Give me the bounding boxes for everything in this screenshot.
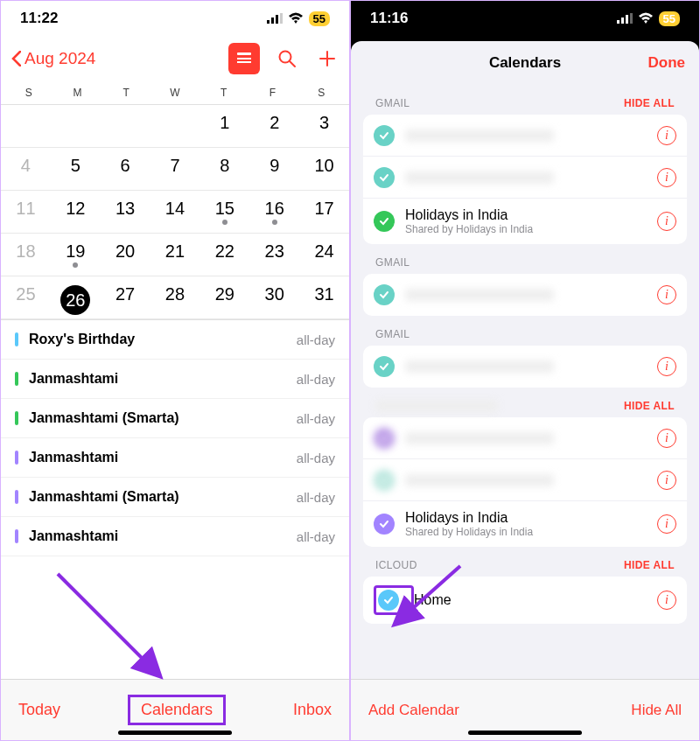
info-icon[interactable]: i — [657, 591, 676, 610]
home-indicator[interactable] — [468, 731, 582, 735]
day-cell[interactable]: 3 — [299, 105, 349, 148]
calendar-row[interactable]: i — [363, 417, 687, 459]
day-cell[interactable]: 16 — [249, 191, 299, 234]
hide-all-section-button[interactable]: HIDE ALL — [624, 559, 675, 571]
add-calendar-button[interactable]: Add Calendar — [368, 702, 459, 719]
inbox-button[interactable]: Inbox — [293, 701, 332, 719]
day-cell[interactable] — [1, 105, 51, 148]
event-name: Roxy's Birthday — [29, 332, 297, 347]
hide-all-section-button[interactable]: HIDE ALL — [624, 400, 675, 412]
info-icon[interactable]: i — [657, 514, 676, 534]
day-cell[interactable]: 30 — [249, 276, 299, 319]
day-cell[interactable]: 4 — [1, 148, 51, 191]
day-cell[interactable]: 18 — [1, 234, 51, 276]
back-month-button[interactable]: Aug 2024 — [11, 49, 95, 68]
event-row[interactable]: Janmashtami all-day — [1, 517, 349, 556]
day-cell[interactable]: 8 — [200, 148, 249, 191]
checkmark-icon[interactable] — [374, 514, 395, 535]
calendars-button[interactable]: Calendars — [128, 695, 226, 725]
day-cell[interactable]: 28 — [150, 276, 200, 319]
day-cell[interactable]: 20 — [101, 234, 150, 276]
done-button[interactable]: Done — [648, 54, 686, 72]
calendar-row[interactable]: i — [363, 274, 687, 316]
day-cell[interactable]: 11 — [1, 191, 51, 234]
day-cell[interactable] — [101, 105, 150, 148]
info-icon[interactable]: i — [657, 357, 676, 376]
checkmark-icon[interactable] — [374, 470, 395, 491]
day-cell[interactable]: 23 — [249, 234, 299, 276]
checkmark-icon[interactable] — [374, 125, 395, 146]
day-cell[interactable]: 19 — [51, 234, 101, 276]
day-cell[interactable]: 5 — [51, 148, 101, 191]
calendar-row[interactable]: i — [363, 115, 687, 157]
day-cell[interactable]: 14 — [150, 191, 200, 234]
day-cell[interactable]: 22 — [200, 234, 249, 276]
day-cell[interactable]: 7 — [150, 148, 200, 191]
svg-rect-14 — [626, 15, 628, 24]
hide-all-button[interactable]: Hide All — [631, 702, 682, 719]
calendar-row[interactable]: i — [363, 459, 687, 501]
checkmark-icon[interactable] — [374, 428, 395, 449]
day-cell[interactable]: 6 — [101, 148, 150, 191]
search-button[interactable] — [274, 45, 300, 72]
calendar-row[interactable]: Holidays in IndiaShared by Holidays in I… — [363, 501, 687, 547]
event-color-bar — [15, 490, 18, 504]
day-cell[interactable]: 2 — [249, 105, 299, 148]
calendar-month-screen: 11:22 55 Aug 2024 SMTWTFS 12345678910111… — [0, 0, 350, 741]
day-cell[interactable]: 27 — [101, 276, 150, 319]
day-cell[interactable]: 9 — [249, 148, 299, 191]
calendar-sections[interactable]: GMAILHIDE ALLiiHolidays in IndiaShared b… — [351, 85, 699, 740]
day-cell[interactable]: 12 — [51, 191, 101, 234]
day-cell[interactable]: 13 — [101, 191, 150, 234]
day-cell[interactable]: 31 — [299, 276, 349, 319]
checkmark-icon[interactable] — [374, 211, 395, 232]
event-row[interactable]: Janmashtami all-day — [1, 438, 349, 478]
day-cell[interactable]: 26 — [51, 276, 101, 319]
event-row[interactable]: Janmashtami (Smarta) all-day — [1, 478, 349, 517]
event-time: all-day — [297, 332, 335, 347]
day-cell[interactable] — [150, 105, 200, 148]
calendar-row[interactable]: Homei — [363, 577, 687, 624]
today-button[interactable]: Today — [18, 701, 60, 719]
day-cell[interactable]: 24 — [299, 234, 349, 276]
event-row[interactable]: Janmashtami (Smarta) all-day — [1, 399, 349, 438]
info-icon[interactable]: i — [657, 285, 676, 304]
day-cell[interactable]: 15 — [200, 191, 249, 234]
info-icon[interactable]: i — [657, 212, 676, 231]
day-cell[interactable]: 21 — [150, 234, 200, 276]
day-cell[interactable]: 1 — [200, 105, 249, 148]
event-row[interactable]: Janmashtami all-day — [1, 360, 349, 399]
svg-rect-15 — [630, 13, 633, 24]
info-icon[interactable]: i — [657, 168, 676, 187]
info-icon[interactable]: i — [657, 126, 676, 145]
sheet-header: Calendars Done — [351, 41, 699, 85]
calendar-row[interactable]: i — [363, 346, 687, 388]
checkmark-icon[interactable] — [374, 356, 395, 377]
checkmark-icon[interactable] — [378, 590, 399, 611]
calendar-row[interactable]: Holidays in IndiaShared by Holidays in I… — [363, 199, 687, 244]
battery-badge: 55 — [659, 11, 680, 26]
day-cell[interactable]: 10 — [299, 148, 349, 191]
checkmark-icon[interactable] — [374, 284, 395, 305]
section-title: GMAIL — [375, 328, 410, 340]
list-view-button[interactable] — [228, 43, 260, 74]
day-cell[interactable]: 25 — [1, 276, 51, 319]
info-icon[interactable]: i — [657, 429, 676, 448]
event-time: all-day — [297, 372, 335, 387]
calendar-row[interactable]: i — [363, 157, 687, 199]
home-indicator[interactable] — [118, 731, 232, 735]
day-cell[interactable]: 29 — [200, 276, 249, 319]
section-card: i — [363, 346, 687, 388]
info-icon[interactable]: i — [657, 471, 676, 490]
day-cell[interactable] — [51, 105, 101, 148]
hide-all-section-button[interactable]: HIDE ALL — [624, 97, 675, 109]
checkmark-icon[interactable] — [374, 167, 395, 188]
add-event-button[interactable] — [314, 45, 340, 72]
svg-rect-3 — [280, 13, 283, 24]
day-cell[interactable]: 17 — [299, 191, 349, 234]
annotation-arrow — [53, 570, 185, 692]
event-row[interactable]: Roxy's Birthday all-day — [1, 320, 349, 360]
status-bar: 11:22 55 — [1, 1, 349, 36]
event-color-bar — [15, 451, 18, 465]
section-header: HIDE ALL — [363, 388, 687, 417]
